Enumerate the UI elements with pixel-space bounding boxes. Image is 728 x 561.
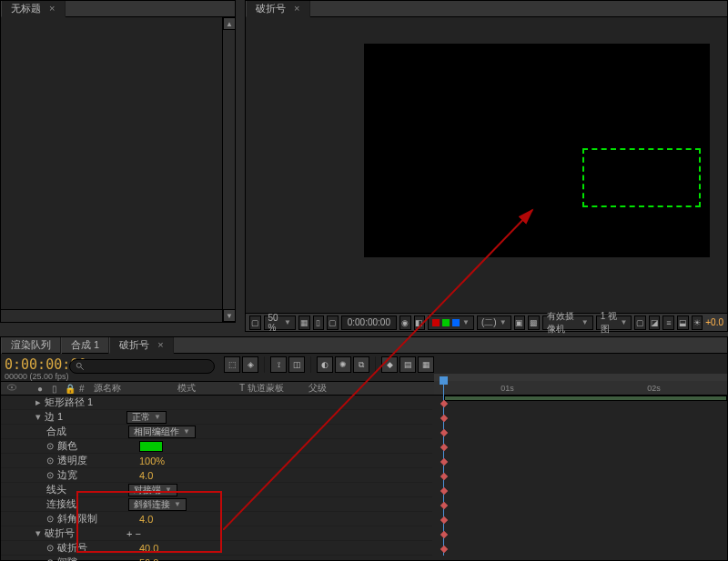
camera-value: 有效摄像机 bbox=[547, 310, 579, 336]
guides-icon[interactable]: ▯ bbox=[313, 316, 325, 330]
dash-addremove-buttons[interactable]: + − bbox=[126, 528, 141, 539]
twirl-down-icon[interactable]: ▾ bbox=[35, 527, 45, 539]
keyframe-icon[interactable] bbox=[440, 531, 448, 538]
hide-shy-icon[interactable]: ⟟ bbox=[270, 356, 287, 373]
dash-group-row[interactable]: ▾ 破折号 + − bbox=[1, 526, 432, 541]
time-navigator[interactable] bbox=[434, 374, 727, 381]
stopwatch-icon[interactable]: ⊙ bbox=[46, 543, 54, 553]
show-channel-icon[interactable]: ◧ bbox=[414, 316, 426, 330]
resolution-select[interactable]: (二) ▼ bbox=[477, 316, 511, 330]
twirl-down-icon[interactable]: ▾ bbox=[35, 411, 45, 423]
edge-row[interactable]: ▾ 边 1 正常 ▼ bbox=[1, 410, 432, 425]
prop-strokewidth-row[interactable]: ⊙ 边宽 4.0 bbox=[1, 468, 432, 483]
green-channel-swatch bbox=[442, 319, 450, 326]
tab-render-queue[interactable]: 渲染队列 bbox=[1, 337, 61, 354]
motion-blur-icon[interactable]: ◐ bbox=[317, 356, 333, 373]
camera-select[interactable]: 有效摄像机 ▼ bbox=[542, 316, 593, 330]
autokey-icon[interactable]: ◆ bbox=[381, 356, 398, 373]
dash-prop-dash-row[interactable]: ⊙ 破折号 40.0 bbox=[1, 541, 432, 556]
frame-blend-icon[interactable]: ◫ bbox=[288, 356, 305, 373]
grid-icon[interactable]: ▦ bbox=[298, 316, 310, 330]
dash-prop-gap-row[interactable]: ⊙ 间隙 56.0 bbox=[1, 556, 432, 561]
composition-tab-label: 破折号 bbox=[256, 3, 286, 14]
shape-path-row[interactable]: ▸ 矩形路径 1 bbox=[1, 396, 432, 410]
composition-viewport[interactable] bbox=[364, 44, 710, 257]
keyframe-icon[interactable] bbox=[440, 502, 448, 509]
snapshot-icon[interactable]: ◉ bbox=[399, 316, 411, 330]
always-preview-icon[interactable]: ▢ bbox=[249, 316, 261, 330]
views-select[interactable]: 1 视图 ▼ bbox=[596, 316, 632, 330]
twirl-right-icon[interactable]: ▸ bbox=[35, 396, 45, 408]
prop-value[interactable]: 56.0 bbox=[139, 557, 212, 562]
keyframe-icon[interactable] bbox=[440, 487, 448, 495]
keyframe-icon[interactable] bbox=[440, 429, 448, 436]
prop-linejoin-row[interactable]: 连接线 斜斜连接 ▼ bbox=[1, 497, 432, 512]
prop-label: 破折号 bbox=[57, 541, 139, 555]
mask-icon[interactable]: ▢ bbox=[327, 316, 339, 330]
fast-preview-icon[interactable]: ◪ bbox=[649, 316, 661, 330]
graph-editor-icon[interactable]: ⧉ bbox=[353, 356, 369, 373]
transparency-grid-icon[interactable]: ▩ bbox=[528, 316, 540, 330]
stopwatch-icon[interactable]: ⊙ bbox=[46, 514, 54, 524]
keyframe-icon[interactable] bbox=[440, 458, 448, 466]
comp-mini-flowchart-icon[interactable]: ⬚ bbox=[224, 356, 240, 373]
keyframe-icon[interactable] bbox=[440, 400, 448, 407]
pixel-aspect-icon[interactable]: ▢ bbox=[634, 316, 646, 330]
brainstorm-icon[interactable]: ✺ bbox=[335, 356, 351, 373]
linecap-select[interactable]: 对接端 ▼ bbox=[128, 484, 177, 496]
timeline-icon[interactable]: ≡ bbox=[662, 316, 674, 330]
composition-tab[interactable]: 破折号 × bbox=[246, 1, 310, 17]
prop-value[interactable]: 4.0 bbox=[139, 514, 212, 525]
prop-color-row[interactable]: ⊙ 颜色 bbox=[1, 439, 432, 454]
project-tab[interactable]: 无标题 × bbox=[1, 1, 66, 17]
composite-select[interactable]: 相同编组作 ▼ bbox=[128, 426, 196, 438]
time-ruler[interactable]: 01s 02s bbox=[434, 381, 727, 396]
ruler-tick: 02s bbox=[647, 384, 661, 393]
stopwatch-icon[interactable]: ⊙ bbox=[46, 557, 54, 561]
keyframe-icon[interactable] bbox=[440, 444, 448, 451]
zoom-select[interactable]: 50 % ▼ bbox=[264, 316, 296, 330]
channel-select[interactable]: ▼ bbox=[428, 316, 474, 330]
exposure-value[interactable]: +0.0 bbox=[705, 317, 723, 327]
col-mode[interactable]: 模式 bbox=[172, 382, 234, 395]
linejoin-select[interactable]: 斜斜连接 ▼ bbox=[128, 498, 187, 511]
scroll-down-icon[interactable]: ▼ bbox=[223, 309, 236, 322]
scrollbar-horizontal[interactable] bbox=[1, 309, 222, 322]
stopwatch-icon[interactable]: ⊙ bbox=[46, 441, 54, 451]
prop-value[interactable]: 100% bbox=[139, 456, 212, 466]
stopwatch-icon[interactable]: ⊙ bbox=[46, 470, 54, 480]
col-parent[interactable]: 父级 bbox=[303, 382, 367, 395]
layer-search-input[interactable] bbox=[69, 359, 215, 374]
color-chip[interactable] bbox=[139, 441, 163, 452]
draft3d-icon[interactable]: ◈ bbox=[242, 356, 258, 373]
close-icon[interactable]: × bbox=[49, 3, 55, 14]
reset-exposure-icon[interactable]: ☀ bbox=[692, 316, 703, 330]
prop-value[interactable]: 40.0 bbox=[139, 543, 212, 554]
prop-linecap-row[interactable]: 线头 对接端 ▼ bbox=[1, 483, 432, 497]
close-icon[interactable]: × bbox=[157, 339, 163, 350]
scroll-up-icon[interactable]: ▲ bbox=[223, 17, 236, 30]
expand-icon[interactable]: ▦ bbox=[418, 356, 434, 373]
color-icon[interactable]: ▤ bbox=[399, 356, 416, 373]
col-source-name[interactable]: 源名称 bbox=[88, 382, 172, 395]
keyframe-icon[interactable] bbox=[440, 516, 448, 524]
tab-dash[interactable]: 破折号 × bbox=[109, 337, 174, 354]
edge-mode-value: 正常 bbox=[132, 411, 150, 424]
edge-mode-select[interactable]: 正常 ▼ bbox=[126, 411, 167, 424]
prop-opacity-row[interactable]: ⊙ 透明度 100% bbox=[1, 454, 432, 468]
prop-miterlimit-row[interactable]: ⊙ 斜角限制 4.0 bbox=[1, 512, 432, 526]
close-icon[interactable]: × bbox=[294, 3, 299, 14]
scrollbar-vertical[interactable]: ▲ ▼ bbox=[222, 17, 235, 322]
work-area-bar[interactable] bbox=[444, 396, 727, 401]
keyframe-icon[interactable] bbox=[440, 546, 448, 553]
col-trkmatte[interactable]: T 轨道蒙板 bbox=[234, 382, 303, 395]
tab-comp1[interactable]: 合成 1 bbox=[61, 337, 109, 354]
stopwatch-icon[interactable]: ⊙ bbox=[46, 456, 54, 466]
roi-icon[interactable]: ▣ bbox=[514, 316, 526, 330]
composite-row[interactable]: 合成 相同编组作 ▼ bbox=[1, 425, 432, 439]
keyframe-icon[interactable] bbox=[440, 473, 448, 480]
preview-timecode[interactable]: 0:00:00:00 bbox=[341, 316, 397, 330]
prop-value[interactable]: 4.0 bbox=[139, 470, 212, 481]
flow-icon[interactable]: ⬓ bbox=[677, 316, 689, 330]
keyframe-icon[interactable] bbox=[440, 415, 448, 422]
